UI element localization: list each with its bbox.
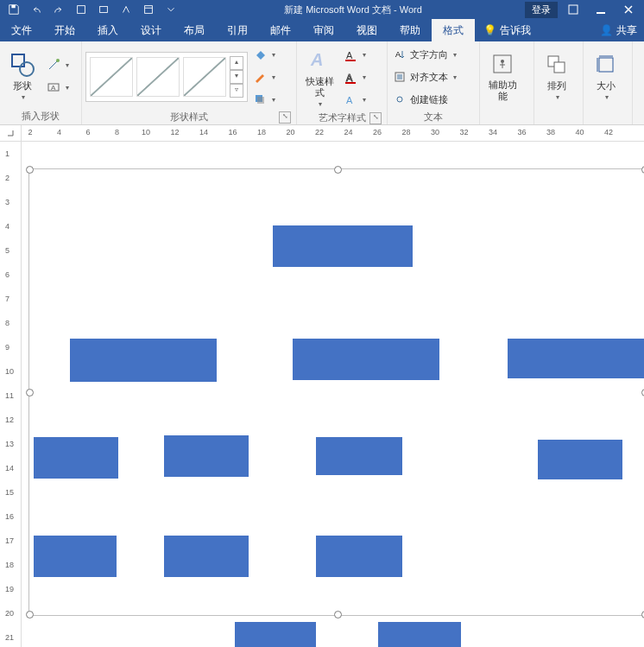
ruler-mark: 10 <box>5 367 14 376</box>
tab-design[interactable]: 设计 <box>129 19 173 41</box>
ruler-mark: 8 <box>115 128 119 136</box>
group-label-insert-shapes: 插入形状 <box>3 109 78 123</box>
rectangle-shape[interactable] <box>273 225 413 267</box>
ruler-mark: 28 <box>401 128 410 136</box>
rectangle-shape[interactable] <box>235 622 316 647</box>
text-effects-button[interactable]: A▾ <box>344 91 366 110</box>
tab-layout[interactable]: 布局 <box>173 19 216 41</box>
rectangle-shape[interactable] <box>70 339 217 382</box>
ruler-mark: 24 <box>344 128 352 136</box>
paint-bucket-icon <box>253 48 267 61</box>
svg-rect-4 <box>569 5 578 14</box>
svg-rect-0 <box>11 5 15 9</box>
ruler-mark: 18 <box>257 128 266 136</box>
tab-review[interactable]: 审阅 <box>302 19 345 41</box>
ruler-mark: 22 <box>315 128 324 136</box>
save-button[interactable] <box>3 1 24 18</box>
qat-button[interactable] <box>116 1 136 18</box>
dialog-launcher[interactable]: ⤡ <box>369 112 382 124</box>
text-outline-button[interactable]: A▾ <box>344 68 366 87</box>
svg-point-21 <box>501 60 504 63</box>
ruler-mark: 12 <box>5 415 14 424</box>
shape-effects-button[interactable]: ▾ <box>253 90 275 109</box>
tab-view[interactable]: 视图 <box>345 19 388 41</box>
tab-references[interactable]: 引用 <box>216 19 259 41</box>
tab-help[interactable]: 帮助 <box>388 19 432 41</box>
shapes-button[interactable]: 形状 ▾ <box>3 48 41 105</box>
tab-file[interactable]: 文件 <box>0 19 43 41</box>
ruler-mark: 34 <box>489 128 497 136</box>
tab-format[interactable]: 格式 <box>432 19 475 41</box>
rectangle-shape[interactable] <box>164 435 249 477</box>
shape-fill-button[interactable]: ▾ <box>253 45 275 64</box>
tell-me[interactable]: 💡 告诉我 <box>475 23 540 38</box>
text-fill-button[interactable]: A▾ <box>344 46 366 65</box>
style-thumb[interactable] <box>183 57 226 97</box>
share-button[interactable]: 👤 共享 <box>593 23 644 38</box>
qat-button[interactable] <box>138 1 159 18</box>
qat-button[interactable] <box>71 1 92 18</box>
document-canvas[interactable] <box>22 142 644 647</box>
tab-insert[interactable]: 插入 <box>86 19 129 41</box>
style-thumb[interactable] <box>90 57 133 97</box>
align-text-button[interactable]: 对齐文本▾ <box>393 67 470 86</box>
rectangle-shape[interactable] <box>508 339 644 378</box>
edit-shape-button[interactable]: ▾ <box>47 55 69 74</box>
gallery-more-button[interactable]: ▿ <box>230 84 243 98</box>
close-button[interactable] <box>616 1 641 18</box>
dialog-launcher[interactable]: ⤡ <box>279 111 291 124</box>
rectangle-shape[interactable] <box>164 536 249 577</box>
shape-outline-button[interactable]: ▾ <box>253 67 275 86</box>
quick-styles-button[interactable]: A 快速样式 ▾ <box>300 43 338 111</box>
redo-button[interactable] <box>48 1 69 18</box>
qat-button[interactable] <box>93 1 114 18</box>
style-thumb[interactable] <box>136 57 180 97</box>
undo-button[interactable] <box>26 1 47 18</box>
text-effects-icon: A <box>344 93 357 107</box>
qat-customize[interactable] <box>161 1 181 18</box>
ruler-mark: 14 <box>5 464 14 473</box>
create-link-label: 创建链接 <box>410 93 448 106</box>
drawing-canvas-selection[interactable] <box>28 168 644 616</box>
chevron-down-icon: ▾ <box>22 93 25 101</box>
rectangle-shape[interactable] <box>34 437 118 479</box>
resize-handle[interactable] <box>334 611 342 618</box>
resize-handle[interactable] <box>334 166 342 174</box>
ribbon-options-button[interactable] <box>561 1 585 18</box>
edit-shape-icon <box>47 58 60 72</box>
resize-handle[interactable] <box>26 166 34 174</box>
ruler-mark: 17 <box>5 536 14 545</box>
rectangle-shape[interactable] <box>378 622 461 647</box>
share-label: 共享 <box>616 23 637 38</box>
ruler-mark: 18 <box>5 561 14 569</box>
ruler-mark: 13 <box>5 440 14 448</box>
rectangle-shape[interactable] <box>34 536 117 577</box>
gallery-up-button[interactable]: ▴ <box>230 56 243 70</box>
rectangle-shape[interactable] <box>316 536 402 577</box>
vertical-ruler[interactable]: 123456789101112131415161718192021 <box>0 142 22 647</box>
text-direction-button[interactable]: A文字方向▾ <box>393 45 470 64</box>
size-button[interactable]: 大小 ▾ <box>587 48 625 105</box>
ruler-mark: 6 <box>85 128 90 136</box>
svg-rect-14 <box>345 60 356 61</box>
group-label-text: 文本 <box>391 111 476 124</box>
ruler-mark: 3 <box>5 198 9 206</box>
resize-handle[interactable] <box>26 611 34 618</box>
tab-mailings[interactable]: 邮件 <box>259 19 302 41</box>
ruler-mark: 20 <box>5 609 14 618</box>
arrange-button[interactable]: 排列 ▾ <box>538 48 576 105</box>
tab-home[interactable]: 开始 <box>43 19 86 41</box>
rectangle-shape[interactable] <box>293 339 439 380</box>
login-button[interactable]: 登录 <box>525 2 558 18</box>
gallery-down-button[interactable]: ▾ <box>230 70 243 84</box>
accessibility-button[interactable]: 辅助功 能 <box>483 47 521 105</box>
horizontal-ruler[interactable]: 24681012141618202224262830323436384042 <box>22 125 644 141</box>
text-box-button[interactable]: A▾ <box>47 78 69 97</box>
shape-style-gallery[interactable]: ▴ ▾ ▿ <box>85 52 248 102</box>
minimize-button[interactable] <box>589 1 613 18</box>
create-link-button[interactable]: 创建链接 <box>393 90 470 109</box>
rectangle-shape[interactable] <box>316 437 402 475</box>
tab-selector[interactable] <box>0 125 22 141</box>
resize-handle[interactable] <box>26 389 34 396</box>
rectangle-shape[interactable] <box>538 440 622 479</box>
